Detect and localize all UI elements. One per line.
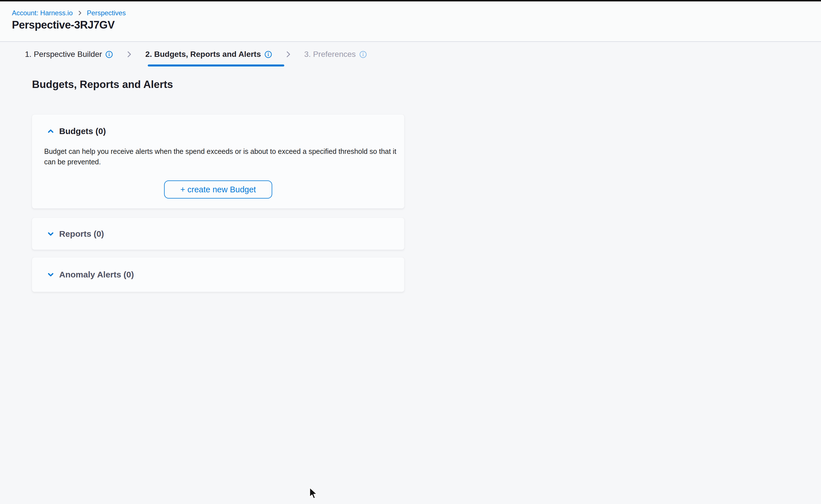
step-separator-chevron-icon (284, 50, 293, 59)
info-icon[interactable] (265, 51, 272, 58)
step-separator-chevron-icon (125, 50, 133, 59)
tab-preferences[interactable]: 3. Preferences (304, 50, 367, 59)
budgets-card: Budgets (0) Budget can help you receive … (32, 115, 404, 208)
breadcrumb-account-link[interactable]: Account: Harness.io (12, 9, 73, 17)
reports-card: Reports (0) (32, 218, 404, 250)
section-heading: Budgets, Reports and Alerts (32, 79, 173, 91)
anomaly-alerts-card-header[interactable]: Anomaly Alerts (0) (46, 257, 134, 292)
anomaly-alerts-card-title: Anomaly Alerts (0) (59, 270, 134, 279)
reports-card-title: Reports (0) (59, 229, 104, 239)
perspective-wizard-page: Account: Harness.io Perspectives Perspec… (0, 0, 821, 504)
tab-budgets-reports-alerts[interactable]: 2. Budgets, Reports and Alerts (145, 50, 272, 59)
tab-perspective-builder[interactable]: 1. Perspective Builder (25, 50, 113, 59)
budgets-description: Budget can help you receive alerts when … (44, 146, 398, 167)
breadcrumb-perspectives-link[interactable]: Perspectives (87, 9, 126, 17)
tab-perspective-builder-label: 1. Perspective Builder (25, 50, 102, 59)
tab-preferences-label: 3. Preferences (304, 50, 356, 59)
budgets-card-header[interactable]: Budgets (0) (46, 126, 106, 136)
page-title: Perspective-3RJ7GV (12, 19, 115, 31)
budgets-card-title: Budgets (0) (59, 126, 106, 136)
info-icon[interactable] (359, 51, 367, 58)
info-icon[interactable] (105, 51, 113, 58)
active-tab-underline (148, 64, 284, 66)
create-new-budget-button[interactable]: + create new Budget (164, 180, 272, 199)
page-header: Account: Harness.io Perspectives Perspec… (0, 1, 821, 42)
wizard-steps: 1. Perspective Builder 2. Budgets, Repor… (0, 42, 821, 71)
anomaly-alerts-card: Anomaly Alerts (0) (32, 257, 404, 292)
chevron-up-icon[interactable] (46, 127, 55, 136)
breadcrumb: Account: Harness.io Perspectives (12, 9, 126, 17)
mouse-cursor-icon (308, 487, 319, 501)
breadcrumb-chevron-icon (77, 10, 83, 16)
chevron-down-icon[interactable] (46, 229, 55, 238)
chevron-down-icon[interactable] (46, 270, 55, 279)
tab-budgets-reports-alerts-label: 2. Budgets, Reports and Alerts (145, 50, 261, 59)
reports-card-header[interactable]: Reports (0) (46, 218, 104, 250)
